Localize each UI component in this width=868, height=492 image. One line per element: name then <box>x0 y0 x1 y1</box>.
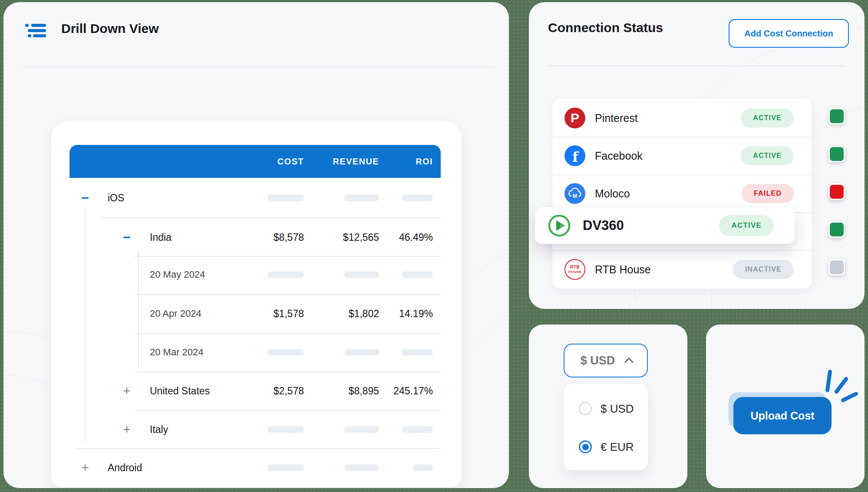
moloco-icon: M <box>564 183 585 204</box>
roi-value: 14.19% <box>399 308 433 320</box>
table-row-india: − India $8,578 $12,565 46.49% <box>51 218 462 256</box>
table-row-android: + Android <box>51 449 462 487</box>
rtb-line1: RTB <box>570 265 580 269</box>
connection-row-rtb-house[interactable]: RTB HOUSE RTB House INACTIVE <box>552 250 812 289</box>
status-square-facebook[interactable] <box>828 146 845 162</box>
status-badge: ACTIVE <box>741 108 794 128</box>
click-spark-icon <box>825 370 832 393</box>
value-placeholder <box>402 195 433 201</box>
value-placeholder <box>344 272 379 278</box>
value-placeholder <box>402 426 433 433</box>
column-header-cost: COST <box>277 145 304 178</box>
radio-unselected-icon[interactable] <box>579 402 592 415</box>
page-title: Drill Down View <box>61 21 159 36</box>
value-placeholder <box>344 349 379 356</box>
value-placeholder <box>344 195 379 201</box>
upload-cost-button[interactable]: Upload Cost <box>733 397 832 434</box>
table-row-italy: + Italy <box>51 410 462 449</box>
value-placeholder <box>413 465 433 471</box>
column-header-roi: ROI <box>416 145 433 178</box>
row-label: Android <box>108 462 142 474</box>
currency-option-label: $ USD <box>601 402 634 416</box>
status-badge: FAILED <box>742 184 794 203</box>
status-square-moloco[interactable] <box>828 184 845 200</box>
value-placeholder <box>267 465 304 471</box>
click-spark-icon <box>834 376 849 394</box>
collapse-toggle[interactable]: − <box>120 231 133 244</box>
row-label: 20 Apr 2024 <box>150 308 201 319</box>
cost-value: $2,578 <box>274 385 304 397</box>
currency-selected-label: $ USD <box>581 354 615 367</box>
expand-toggle[interactable]: + <box>120 423 133 436</box>
status-square-pinterest[interactable] <box>828 108 845 125</box>
value-placeholder <box>344 426 379 433</box>
currency-option-eur[interactable]: € EUR <box>564 434 648 460</box>
roi-value: 245.17% <box>393 385 433 397</box>
pinterest-letter: P <box>571 111 579 125</box>
row-label: 20 May 2024 <box>150 269 205 280</box>
value-placeholder <box>267 349 304 356</box>
radio-selected-icon[interactable] <box>579 440 592 453</box>
table-row-20-apr: 20 Apr 2024 $1,578 $1,802 14.19% <box>51 295 462 333</box>
collapse-toggle[interactable]: − <box>79 191 92 204</box>
row-label: Italy <box>150 424 168 436</box>
status-square-rtb-house[interactable] <box>828 259 845 276</box>
chevron-up-icon <box>624 357 634 366</box>
currency-option-label: € EUR <box>601 440 634 454</box>
row-label: India <box>150 232 172 243</box>
add-cost-connection-button[interactable]: Add Cost Connection <box>729 19 849 48</box>
click-spark-icon <box>841 391 859 403</box>
status-badge: INACTIVE <box>733 260 794 279</box>
status-badge: ACTIVE <box>741 146 794 165</box>
revenue-value: $8,895 <box>349 385 379 397</box>
connection-row-pinterest[interactable]: P Pinterest ACTIVE <box>552 99 812 137</box>
expand-toggle[interactable]: + <box>79 461 92 474</box>
row-label: iOS <box>108 192 124 204</box>
status-badge: ACTIVE <box>719 215 774 236</box>
value-placeholder <box>267 272 304 278</box>
facebook-letter: f <box>572 149 578 165</box>
value-placeholder <box>267 195 304 201</box>
table-row-united-states: + United States $2,578 $8,895 245.17% <box>51 372 462 410</box>
currency-option-usd[interactable]: $ USD <box>564 396 648 422</box>
value-placeholder <box>267 426 304 433</box>
drill-down-icon <box>25 24 46 38</box>
value-placeholder <box>344 465 379 471</box>
upload-cost-panel: Upload Cost <box>706 325 865 488</box>
row-label: 20 Mar 2024 <box>150 347 204 358</box>
cost-value: $1,578 <box>274 308 304 320</box>
connection-name: RTB House <box>595 263 651 276</box>
connection-row-moloco[interactable]: M Moloco FAILED <box>552 174 812 212</box>
drill-table-card: COST REVENUE ROI − iOS − India $8,578 <box>51 121 462 487</box>
table-row-ios: − iOS <box>51 179 462 217</box>
table-header-bar: COST REVENUE ROI <box>69 145 441 178</box>
revenue-value: $12,565 <box>343 232 379 243</box>
connection-name: Facebook <box>595 149 643 162</box>
header-divider <box>548 66 845 66</box>
currency-select-button[interactable]: $ USD <box>564 344 648 377</box>
connection-row-facebook[interactable]: f Facebook ACTIVE <box>552 137 812 174</box>
dv360-icon <box>547 213 571 238</box>
table-row-20-mar: 20 Mar 2024 <box>51 333 462 371</box>
table-row-20-may: 20 May 2024 <box>51 256 462 294</box>
header-divider <box>22 66 494 67</box>
status-square-dv360[interactable] <box>828 221 845 238</box>
connection-name: Moloco <box>595 187 630 200</box>
panel-title: Connection Status <box>548 20 663 35</box>
app-canvas: Drill Down View COST REVENUE ROI − iOS <box>0 0 868 492</box>
value-placeholder <box>402 272 433 278</box>
cost-value: $8,578 <box>274 232 304 243</box>
roi-value: 46.49% <box>399 232 433 243</box>
column-header-revenue: REVENUE <box>333 145 380 178</box>
expand-toggle[interactable]: + <box>120 384 133 397</box>
currency-dropdown: $ USD € EUR <box>564 384 648 470</box>
rtb-house-icon: RTB HOUSE <box>564 259 585 280</box>
value-placeholder <box>402 349 433 356</box>
facebook-icon: f <box>564 145 585 166</box>
connection-name: DV360 <box>583 218 624 233</box>
currency-panel: $ USD $ USD € EUR <box>529 325 687 488</box>
svg-text:M: M <box>573 193 577 199</box>
pinterest-icon: P <box>564 108 585 128</box>
connection-row-dv360[interactable]: DV360 ACTIVE <box>535 207 795 244</box>
connection-name: Pinterest <box>595 112 638 124</box>
